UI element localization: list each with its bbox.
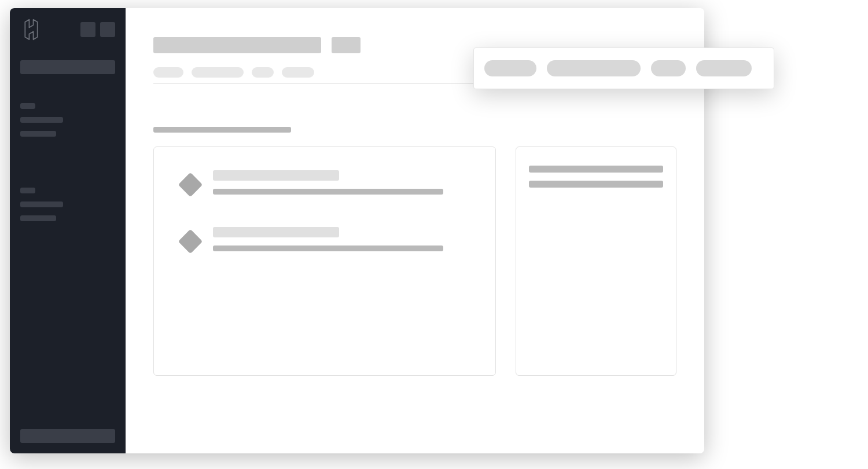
popover-action[interactable] — [484, 60, 536, 76]
top-icon-1[interactable] — [80, 22, 95, 37]
top-icon-2[interactable] — [100, 22, 115, 37]
sidebar-footer[interactable] — [20, 429, 115, 443]
list-item-text — [213, 170, 468, 195]
content-row — [153, 146, 676, 376]
nav-group-2 — [20, 188, 115, 229]
nav-item[interactable] — [20, 201, 63, 207]
list-item-desc — [213, 189, 443, 195]
side-panel-line — [529, 166, 663, 173]
hashicorp-logo-icon[interactable] — [20, 19, 42, 41]
nav-item[interactable] — [20, 215, 56, 221]
section-heading — [153, 127, 291, 133]
nav-group-1 — [20, 103, 115, 145]
main-panel — [153, 146, 496, 376]
nav-item[interactable] — [20, 117, 63, 123]
diamond-icon — [178, 229, 203, 254]
popover-action[interactable] — [696, 60, 752, 76]
search-input[interactable] — [20, 60, 115, 74]
list-item-title — [213, 227, 339, 237]
nav-item[interactable] — [20, 131, 56, 137]
page-title — [153, 37, 321, 53]
action-popover — [473, 47, 774, 89]
tab[interactable] — [282, 67, 314, 78]
nav-group-label — [20, 103, 35, 109]
list-item-title — [213, 170, 339, 181]
popover-action[interactable] — [651, 60, 686, 76]
nav-group-label — [20, 188, 35, 193]
sidebar-top-icons — [80, 22, 115, 37]
tab[interactable] — [252, 67, 274, 78]
list-item-desc — [213, 246, 443, 251]
tab[interactable] — [192, 67, 244, 78]
side-panel-line — [529, 181, 663, 188]
sidebar-top — [20, 19, 115, 41]
page-badge — [332, 37, 361, 53]
diamond-icon — [178, 173, 203, 197]
tab[interactable] — [153, 67, 183, 78]
sidebar — [10, 8, 126, 453]
list-item-text — [213, 227, 468, 251]
list-item[interactable] — [182, 170, 468, 195]
popover-action[interactable] — [547, 60, 641, 76]
side-panel — [516, 146, 676, 376]
list-item[interactable] — [182, 227, 468, 251]
